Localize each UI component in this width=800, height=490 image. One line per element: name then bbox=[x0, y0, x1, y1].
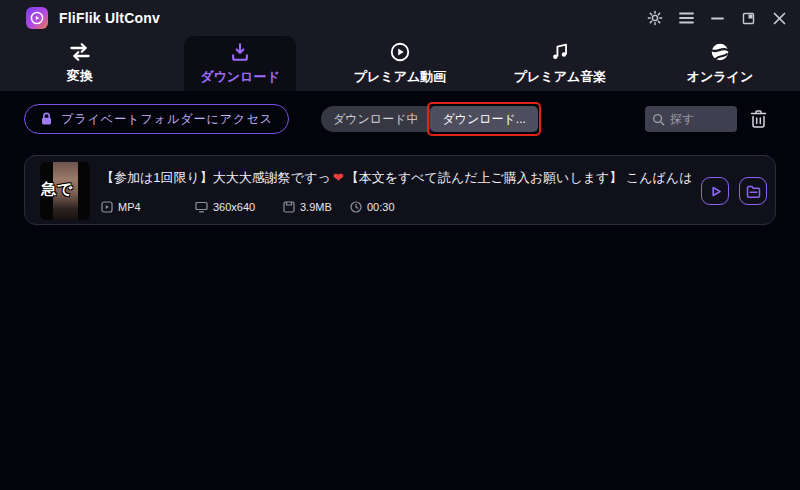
search-input[interactable] bbox=[670, 112, 730, 126]
resolution-value: 360x640 bbox=[213, 201, 255, 213]
tab-premium-music[interactable]: プレミアム音楽 bbox=[480, 36, 640, 91]
play-video-button[interactable] bbox=[701, 177, 729, 205]
close-button[interactable] bbox=[768, 5, 790, 31]
meta-duration: 00:30 bbox=[350, 201, 395, 213]
private-folder-button[interactable]: プライベートフォルダーにアクセス bbox=[24, 104, 289, 134]
app-logo-icon bbox=[26, 7, 48, 29]
tab-premium-video-label: プレミアム動画 bbox=[354, 68, 447, 86]
private-folder-label: プライベートフォルダーにアクセス bbox=[61, 111, 273, 128]
video-thumbnail[interactable]: 急で bbox=[40, 162, 90, 220]
meta-size: 3.9MB bbox=[283, 201, 332, 213]
video-title-part2: 【本文をすべて読んだ上ご購入お願いします】 こんばんは！ みず... bbox=[346, 170, 691, 185]
app-title: FliFlik UltConv bbox=[59, 10, 160, 26]
tab-downloaded[interactable]: ダウンロード... bbox=[430, 106, 537, 132]
tab-convert-label: 変換 bbox=[67, 67, 93, 85]
title-bar: FliFlik UltConv bbox=[0, 0, 800, 36]
search-box[interactable] bbox=[645, 106, 737, 132]
video-title-part1: 【参加は1回限り】大大大感謝祭ですっ bbox=[101, 170, 331, 185]
open-folder-button[interactable] bbox=[739, 177, 767, 205]
clock-icon bbox=[350, 201, 362, 213]
thumbnail-overlay-text: 急で bbox=[41, 180, 90, 199]
downloaded-item-row: 急で 【参加は1回限り】大大大感謝祭ですっ❤【本文をすべて読んだ上ご購入お願いし… bbox=[24, 155, 776, 225]
tab-online-label: オンライン bbox=[687, 68, 754, 86]
format-value: MP4 bbox=[118, 201, 141, 213]
meta-resolution: 360x640 bbox=[195, 201, 255, 213]
tab-premium-music-label: プレミアム音楽 bbox=[514, 68, 607, 86]
lock-icon bbox=[40, 112, 53, 126]
tab-downloading[interactable]: ダウンロード中 bbox=[321, 106, 430, 132]
delete-trash-icon[interactable] bbox=[745, 106, 771, 132]
window-controls bbox=[644, 0, 790, 36]
settings-gear-icon[interactable] bbox=[644, 5, 666, 31]
main-tab-bar: 変換 ダウンロード bbox=[0, 36, 800, 91]
tab-premium-video[interactable]: プレミアム動画 bbox=[320, 36, 480, 91]
maximize-button[interactable] bbox=[737, 5, 759, 31]
duration-value: 00:30 bbox=[367, 201, 395, 213]
search-icon bbox=[652, 113, 665, 126]
download-icon bbox=[229, 41, 251, 63]
download-state-segments: ダウンロード中 ダウンロード... bbox=[321, 106, 538, 132]
download-page: プライベートフォルダーにアクセス ダウンロード中 ダウンロード... bbox=[0, 91, 800, 490]
file-format-icon bbox=[101, 201, 113, 213]
music-note-icon bbox=[549, 41, 571, 63]
menu-hamburger-icon[interactable] bbox=[675, 5, 697, 31]
tab-downloaded-label: ダウンロード... bbox=[442, 111, 525, 128]
swap-arrows-icon bbox=[68, 42, 92, 62]
minimize-button[interactable] bbox=[706, 5, 728, 31]
video-title: 【参加は1回限り】大大大感謝祭ですっ❤【本文をすべて読んだ上ご購入お願いします】… bbox=[101, 169, 691, 187]
monitor-icon bbox=[195, 201, 208, 213]
tab-online[interactable]: オンライン bbox=[640, 36, 800, 91]
meta-format: MP4 bbox=[101, 201, 141, 213]
heart-icon: ❤ bbox=[333, 170, 344, 185]
app-window: FliFlik UltConv bbox=[0, 0, 800, 490]
storage-icon bbox=[283, 201, 295, 213]
play-circle-icon bbox=[389, 41, 411, 63]
size-value: 3.9MB bbox=[300, 201, 332, 213]
globe-icon bbox=[709, 41, 731, 63]
tab-download-label: ダウンロード bbox=[200, 68, 280, 86]
tab-convert[interactable]: 変換 bbox=[0, 36, 160, 91]
tab-download[interactable]: ダウンロード bbox=[160, 36, 320, 91]
